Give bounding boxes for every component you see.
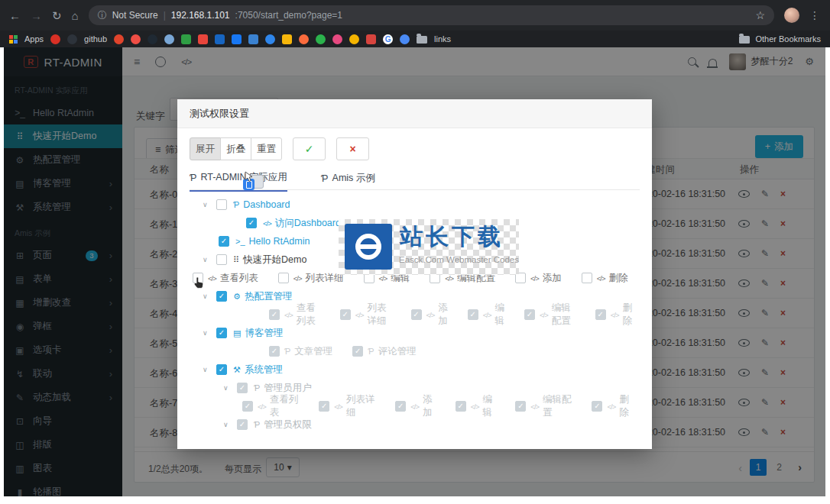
bookmark-favicon[interactable] <box>114 34 124 44</box>
bookmark-favicon[interactable] <box>282 34 292 44</box>
perm-chip-disabled: ✓Ƥ文章管理 <box>269 345 332 358</box>
caret-down-icon[interactable]: ∨ <box>223 384 237 392</box>
bookmark-favicon[interactable] <box>131 34 141 44</box>
dialog-title: 测试权限设置 <box>190 107 249 121</box>
perm-chip-disabled: ✓</>查看列表 <box>269 302 320 328</box>
perm-chip-disabled: ✓</>列表详细 <box>340 302 391 328</box>
page-icon: Ƥ <box>284 347 290 356</box>
checkbox-unchecked[interactable] <box>216 199 227 210</box>
info-icon[interactable]: ⓘ <box>98 9 107 22</box>
github-label[interactable]: github <box>84 34 107 44</box>
home-icon[interactable]: ⌂ <box>72 10 79 21</box>
caret-down-icon[interactable]: ∨ <box>203 201 216 208</box>
confirm-button[interactable]: ✓ <box>293 137 326 160</box>
bookmark-favicon[interactable] <box>232 34 242 44</box>
code-icon: </> <box>483 311 491 319</box>
checkbox-checked[interactable]: ✓ <box>219 236 229 247</box>
gear-icon: ⚙ <box>233 292 241 302</box>
checkbox-checked[interactable]: ✓ <box>216 364 227 375</box>
tree-children-blog: ✓Ƥ文章管理 ✓Ƥ评论管理 <box>177 342 652 360</box>
links-folder-label[interactable]: links <box>434 34 451 44</box>
bookmark-favicon[interactable] <box>148 34 157 44</box>
collapse-button[interactable]: 折叠 <box>220 137 251 160</box>
tab-rt-admin[interactable]: Ƥ RT-ADMIN 实际应用 <box>190 171 287 192</box>
caret-down-icon[interactable]: ∨ <box>203 292 216 300</box>
checkbox-checked-disabled: ✓ <box>524 309 535 320</box>
bookmark-favicon[interactable] <box>332 34 342 44</box>
caret-down-icon[interactable]: ∨ <box>203 366 216 373</box>
wrench-icon: ⚒ <box>233 365 241 375</box>
node-label: 管理员用户 <box>264 382 312 395</box>
terminal-icon: >_ <box>235 237 245 246</box>
back-icon[interactable]: ← <box>9 10 21 21</box>
checkbox-checked-disabled: ✓ <box>237 383 248 393</box>
watermark-title: 站长下载 <box>400 221 504 253</box>
tree-node-dashboard[interactable]: ∨ Ƥ Dashboard <box>177 195 652 214</box>
address-bar[interactable]: ⓘ Not Secure | 192.168.1.101 :7050/start… <box>89 5 774 25</box>
security-label: Not Secure <box>112 10 158 21</box>
browser-menu-icon[interactable]: ⋮ <box>809 9 821 21</box>
apps-label[interactable]: Apps <box>24 34 44 44</box>
checkbox-unchecked[interactable] <box>216 254 227 265</box>
checkbox-checked-disabled: ✓ <box>515 401 526 412</box>
perm-label: 添加 <box>423 393 436 419</box>
checkbox-checked[interactable]: ✓ <box>216 291 227 302</box>
browser-profile-avatar[interactable] <box>784 8 799 23</box>
page-tree-icon: Ƥ <box>190 173 196 183</box>
checkbox-checked-disabled: ✓ <box>237 419 248 430</box>
bookmark-favicon[interactable] <box>164 34 174 44</box>
page-icon: Ƥ <box>368 347 374 356</box>
page-icon: Ƥ <box>254 383 260 393</box>
code-icon: </> <box>258 402 266 411</box>
perm-chip[interactable]: </>添加 <box>515 272 562 285</box>
checkbox-unchecked <box>582 273 592 283</box>
github-favicon[interactable] <box>67 34 77 44</box>
tab-amis[interactable]: Ƥ Amis 示例 <box>321 171 375 192</box>
bookmark-favicon[interactable] <box>400 34 410 44</box>
address-divider: | <box>164 10 166 21</box>
node-label: 访问Dashboard <box>275 217 341 230</box>
reload-icon[interactable]: ↻ <box>52 10 62 21</box>
bookmark-favicon[interactable] <box>265 34 275 44</box>
bookmark-favicon[interactable] <box>349 34 359 44</box>
caret-down-icon[interactable]: ∨ <box>223 421 237 428</box>
checkbox-checked[interactable]: ✓ <box>216 328 227 338</box>
perm-chip-disabled: ✓</>添加 <box>411 302 448 328</box>
bookmark-favicon[interactable] <box>366 34 376 44</box>
apps-grid-icon[interactable] <box>9 35 13 39</box>
forward-icon[interactable]: → <box>31 10 42 21</box>
code-icon: </> <box>334 402 342 411</box>
checkbox-checked-disabled: ✓ <box>468 309 478 320</box>
other-bookmarks-label[interactable]: Other Bookmarks <box>755 34 821 44</box>
perm-label: 列表详细 <box>346 393 375 419</box>
caret-down-icon[interactable]: ∨ <box>203 256 216 263</box>
perm-chip-disabled: ✓</>删除 <box>592 393 632 419</box>
caret-down-icon[interactable]: ∨ <box>203 329 216 337</box>
bookmark-star-icon[interactable]: ☆ <box>755 9 765 21</box>
perm-chip-disabled: ✓</>编辑配置 <box>515 393 572 419</box>
cursor-arrow-icon <box>245 171 253 183</box>
reset-button[interactable]: 重置 <box>251 137 282 160</box>
folder-icon[interactable] <box>739 36 750 44</box>
expand-button[interactable]: 展开 <box>190 137 221 160</box>
bookmark-favicon[interactable] <box>198 34 208 44</box>
cancel-button[interactable]: × <box>336 137 369 160</box>
bookmark-favicon[interactable] <box>215 34 225 44</box>
bookmark-favicon[interactable] <box>181 34 191 44</box>
folder-icon[interactable] <box>417 36 427 44</box>
perm-chip-disabled: ✓</>列表详细 <box>319 393 375 419</box>
perm-chip[interactable]: </>删除 <box>582 272 628 285</box>
perm-chip[interactable]: </>列表详细 <box>278 272 344 285</box>
perm-label: 查看列表 <box>297 302 320 328</box>
hand-cursor-icon <box>193 276 205 289</box>
bookmark-favicon[interactable] <box>299 34 309 44</box>
checkbox-checked[interactable]: ✓ <box>246 218 257 228</box>
perm-label: 删除 <box>623 302 633 328</box>
perm-label: 删除 <box>619 393 632 419</box>
perm-label: 查看列表 <box>220 272 258 285</box>
bookmark-favicon[interactable] <box>50 34 60 44</box>
tree-node-system[interactable]: ∨ ✓ ⚒ 系统管理 <box>177 360 652 379</box>
bookmark-favicon[interactable] <box>316 34 326 44</box>
google-favicon[interactable]: G <box>383 34 393 44</box>
bookmark-favicon[interactable] <box>248 34 258 44</box>
